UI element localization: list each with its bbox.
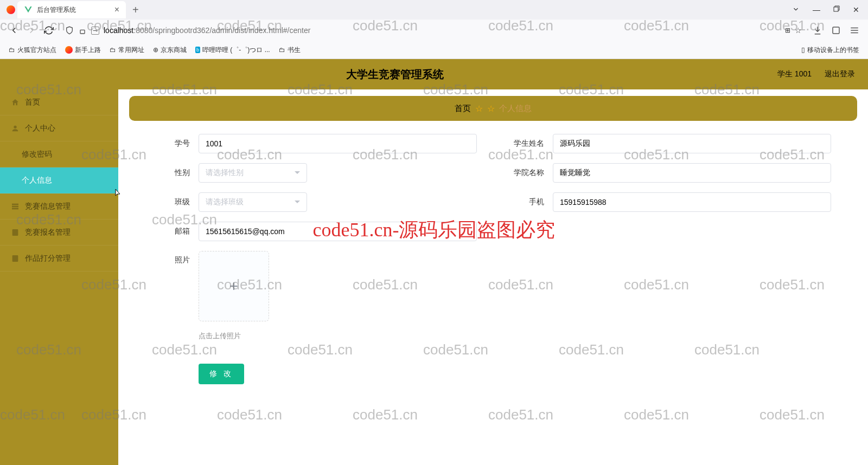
forward-button[interactable] xyxy=(26,25,37,36)
window-dropdown-icon[interactable] xyxy=(792,5,800,14)
menu-icon[interactable] xyxy=(850,25,859,35)
sidebar-label: 个人信息 xyxy=(22,176,52,185)
nav-bar: ⊸ localhost:8080/springbootrd362/admin/d… xyxy=(0,20,868,41)
gender-label: 性别 xyxy=(155,168,190,178)
close-tab-icon[interactable]: × xyxy=(114,5,119,15)
close-window-icon[interactable]: ✕ xyxy=(853,5,859,14)
sidebar-item-password[interactable]: 修改密码 xyxy=(0,141,118,167)
back-button[interactable] xyxy=(9,25,20,36)
shield-icon[interactable] xyxy=(65,26,74,35)
logout-button[interactable]: 退出登录 xyxy=(825,69,855,79)
bookmark-folder[interactable]: 🗀常用网址 xyxy=(110,46,144,55)
folder-icon: 🗀 xyxy=(110,46,116,54)
photo-label: 照片 xyxy=(155,251,190,265)
submit-button[interactable]: 修 改 xyxy=(199,364,244,384)
star-icon: ☆ xyxy=(475,104,483,114)
sidebar-label: 作品打分管理 xyxy=(25,254,71,263)
tab-title: 后台管理系统 xyxy=(37,5,110,15)
app-title: 大学生竞赛管理系统 xyxy=(13,67,777,82)
sidebar-label: 竞赛报名管理 xyxy=(25,228,71,237)
college-input[interactable] xyxy=(553,163,831,183)
reload-button[interactable] xyxy=(43,25,54,36)
sidebar-item-home[interactable]: 首页 xyxy=(0,89,118,115)
breadcrumb-current: 个人信息 xyxy=(499,104,532,114)
score-icon xyxy=(11,254,20,263)
svg-rect-9 xyxy=(12,208,18,209)
url-bar[interactable]: ⊸ localhost:8080/springbootrd362/admin/d… xyxy=(61,22,806,38)
breadcrumb-home[interactable]: 首页 xyxy=(455,104,471,114)
user-icon xyxy=(11,124,20,133)
folder-icon: 🗀 xyxy=(279,46,285,54)
bookmark-link[interactable]: ⊕京东商城 xyxy=(153,46,187,55)
sidebar-label: 修改密码 xyxy=(22,150,52,159)
tab-bar: 后台管理系统 × + — ✕ xyxy=(0,0,868,20)
photo-upload[interactable]: + xyxy=(199,251,269,321)
vue-favicon-icon xyxy=(24,5,33,14)
class-label: 班级 xyxy=(155,197,190,207)
svg-rect-2 xyxy=(833,27,839,34)
globe-icon: ⊕ xyxy=(153,46,158,54)
app-header: 大学生竞赛管理系统 学生 1001 退出登录 xyxy=(0,59,868,89)
minimize-icon[interactable]: — xyxy=(813,5,820,14)
gender-select[interactable]: 请选择性别 xyxy=(199,163,307,183)
maximize-icon[interactable] xyxy=(833,5,840,14)
downloads-icon[interactable] xyxy=(813,25,822,35)
url-text: localhost:8080/springbootrd362/admin/dis… xyxy=(104,26,781,35)
new-tab-button[interactable]: + xyxy=(132,4,139,16)
lock-icon[interactable] xyxy=(78,26,87,35)
bookmark-star-icon[interactable]: ☆ xyxy=(795,26,802,35)
mobile-icon: ▯ xyxy=(801,46,805,54)
sidebar-item-competition-info[interactable]: 竞赛信息管理 xyxy=(0,193,118,219)
college-label: 学院名称 xyxy=(509,168,544,178)
form-icon xyxy=(11,228,20,237)
firefox-small-icon xyxy=(65,46,73,54)
browser-chrome: 后台管理系统 × + — ✕ ⊸ localhost:8080/springbo… xyxy=(0,0,868,59)
list-icon xyxy=(11,202,20,211)
breadcrumb: 首页 ☆ ☆ 个人信息 xyxy=(129,96,857,121)
firefox-icon xyxy=(7,5,15,14)
bookmark-link[interactable]: 新手上路 xyxy=(65,46,101,55)
sidebar-item-profile[interactable]: 个人信息 xyxy=(0,167,118,193)
window-controls: — ✕ xyxy=(792,5,864,14)
qr-icon[interactable]: ⊞ xyxy=(785,27,790,34)
bilibili-icon: b xyxy=(195,47,200,53)
phone-input[interactable] xyxy=(553,192,831,212)
sidebar-item-signup[interactable]: 竞赛报名管理 xyxy=(0,219,118,246)
permission-icon[interactable]: ⊸ xyxy=(91,27,99,35)
class-select[interactable]: 请选择班级 xyxy=(199,192,307,212)
svg-rect-0 xyxy=(834,7,838,11)
email-label: 邮箱 xyxy=(155,227,190,236)
extensions-icon[interactable] xyxy=(831,25,841,35)
profile-form: 学号 学生姓名 性别 请选择性别 学院名称 xyxy=(129,134,857,384)
bookmark-bar: 🗀火狐官方站点 新手上路 🗀常用网址 ⊕京东商城 b哔哩哔哩 (゜-゜)つロ .… xyxy=(0,41,868,59)
main-content: 首页 ☆ ☆ 个人信息 学号 学生姓名 性别 请选择性别 xyxy=(118,89,868,465)
browser-tab[interactable]: 后台管理系统 × xyxy=(17,1,126,18)
sidebar: 首页 个人中心 修改密码 个人信息 竞赛信息管理 竞赛报名管理 作品打分管理 xyxy=(0,89,118,465)
svg-rect-11 xyxy=(12,255,18,262)
star-icon: ☆ xyxy=(487,104,495,114)
sidebar-item-personal[interactable]: 个人中心 xyxy=(0,115,118,141)
sidebar-label: 竞赛信息管理 xyxy=(25,202,71,211)
svg-rect-7 xyxy=(12,203,18,205)
plus-icon: + xyxy=(229,277,238,295)
student-name-label: 学生姓名 xyxy=(509,139,544,148)
email-input[interactable] xyxy=(199,222,477,241)
bookmark-link[interactable]: b哔哩哔哩 (゜-゜)つロ ... xyxy=(195,46,270,55)
sidebar-item-score[interactable]: 作品打分管理 xyxy=(0,246,118,272)
bookmark-folder[interactable]: 🗀书生 xyxy=(279,46,301,55)
bookmark-mobile[interactable]: ▯移动设备上的书签 xyxy=(801,46,859,55)
sidebar-label: 个人中心 xyxy=(25,124,55,133)
upload-hint: 点击上传照片 xyxy=(199,331,477,341)
phone-label: 手机 xyxy=(509,197,544,207)
student-id-label: 学号 xyxy=(155,139,190,148)
student-name-input[interactable] xyxy=(553,134,831,153)
svg-rect-8 xyxy=(12,205,18,207)
home-icon xyxy=(11,98,20,107)
svg-rect-1 xyxy=(80,30,85,34)
svg-rect-10 xyxy=(12,229,18,236)
sidebar-label: 首页 xyxy=(25,98,40,107)
svg-point-6 xyxy=(14,125,16,128)
student-id-input[interactable] xyxy=(199,134,477,153)
bookmark-folder[interactable]: 🗀火狐官方站点 xyxy=(9,46,56,55)
user-label[interactable]: 学生 1001 xyxy=(777,69,812,79)
